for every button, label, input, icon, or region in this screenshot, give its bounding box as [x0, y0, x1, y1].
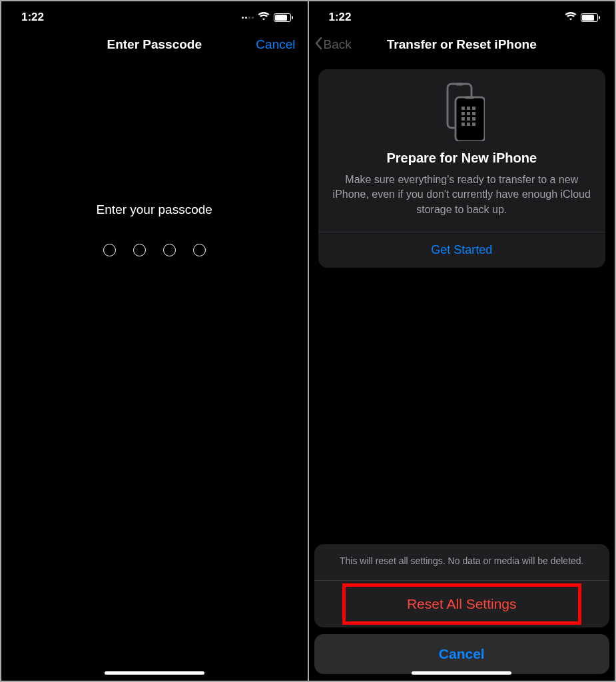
battery-icon: 77: [581, 13, 600, 22]
get-started-button[interactable]: Get Started: [318, 232, 606, 268]
passcode-screen: 1:22 77 Enter Passcode Cancel Enter your…: [1, 1, 308, 681]
svg-rect-7: [462, 112, 465, 115]
status-bar: 1:22 77: [309, 1, 615, 29]
passcode-dot: [103, 244, 116, 256]
status-time: 1:22: [21, 11, 44, 24]
cancel-button[interactable]: Cancel: [314, 634, 610, 674]
chevron-left-icon: [314, 37, 322, 53]
svg-rect-14: [467, 123, 470, 126]
wifi-icon: [258, 11, 270, 24]
passcode-input[interactable]: [103, 244, 206, 256]
battery-icon: 77: [274, 13, 293, 22]
cellular-icon: [242, 17, 254, 19]
home-indicator[interactable]: [105, 671, 204, 675]
passcode-dot: [193, 244, 206, 256]
phone-transfer-icon: [329, 83, 595, 141]
svg-rect-13: [462, 123, 465, 126]
svg-rect-11: [467, 117, 470, 121]
svg-rect-10: [462, 117, 465, 121]
svg-rect-12: [472, 117, 475, 121]
action-sheet: This will reset all settings. No data or…: [314, 544, 610, 674]
navigation-bar: Enter Passcode Cancel: [1, 29, 308, 60]
svg-rect-8: [467, 112, 470, 115]
reset-screen: 1:22 77 Back Transfer or Reset iPhone: [309, 1, 615, 681]
reset-all-settings-button[interactable]: Reset All Settings: [342, 583, 582, 625]
svg-rect-3: [465, 97, 474, 99]
back-label: Back: [324, 37, 352, 52]
sheet-message: This will reset all settings. No data or…: [314, 544, 610, 580]
status-time: 1:22: [329, 11, 352, 24]
passcode-prompt: Enter your passcode: [97, 202, 212, 217]
svg-rect-4: [462, 107, 465, 110]
svg-rect-1: [456, 83, 463, 86]
navigation-bar: Back Transfer or Reset iPhone: [309, 29, 615, 60]
passcode-dot: [133, 244, 146, 256]
card-title: Prepare for New iPhone: [329, 151, 595, 166]
home-indicator[interactable]: [412, 671, 511, 675]
status-icons: 77: [565, 11, 600, 24]
page-title: Enter Passcode: [107, 37, 202, 52]
svg-rect-9: [472, 112, 475, 115]
back-button[interactable]: Back: [314, 37, 352, 53]
svg-rect-5: [467, 107, 470, 110]
divider: [314, 580, 610, 581]
prepare-card: Prepare for New iPhone Make sure everyth…: [318, 69, 606, 268]
passcode-dot: [163, 244, 176, 256]
svg-rect-6: [472, 107, 475, 110]
wifi-icon: [565, 11, 577, 24]
svg-rect-15: [472, 123, 475, 126]
status-bar: 1:22 77: [1, 1, 308, 29]
cancel-button[interactable]: Cancel: [256, 37, 295, 52]
passcode-area: Enter your passcode: [1, 60, 308, 681]
page-title: Transfer or Reset iPhone: [387, 37, 537, 52]
status-icons: 77: [242, 11, 293, 24]
card-description: Make sure everything's ready to transfer…: [329, 172, 595, 217]
